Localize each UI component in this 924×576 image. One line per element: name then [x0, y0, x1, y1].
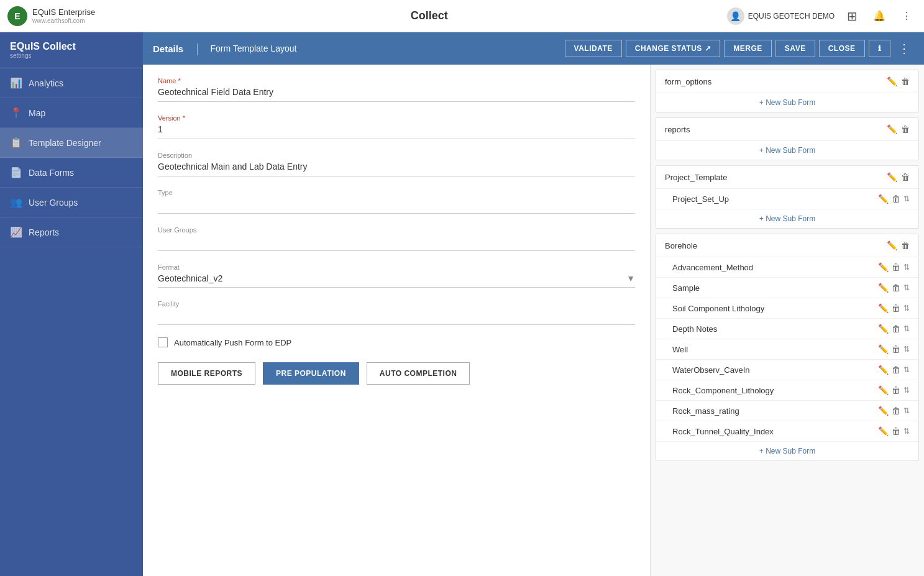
- section-project-template: Project_Template ✏️ 🗑 Project_Set_Up ✏️ …: [656, 165, 919, 229]
- new-sub-form-reports-button[interactable]: + New Sub Form: [656, 141, 918, 160]
- delete-reports-icon[interactable]: 🗑: [901, 124, 910, 134]
- user-groups-label: User Groups: [158, 226, 635, 234]
- type-value[interactable]: [158, 199, 635, 214]
- delete-rock-component-icon[interactable]: 🗑: [892, 385, 900, 395]
- section-reports-name: reports: [665, 125, 690, 134]
- sidebar-label-reports: Reports: [29, 227, 59, 237]
- delete-rock-mass-icon[interactable]: 🗑: [892, 406, 900, 416]
- edit-well-icon[interactable]: ✏️: [878, 344, 889, 354]
- logo-icon: E: [7, 6, 27, 26]
- format-select[interactable]: Geotechnical_v2 ▼: [158, 273, 635, 288]
- sub-item-rock-component: Rock_Component_Lithology ✏️ 🗑 ⇅: [656, 380, 918, 401]
- reorder-well-icon[interactable]: ⇅: [903, 345, 910, 354]
- reorder-soil-icon[interactable]: ⇅: [903, 304, 910, 313]
- version-field: Version * 1: [158, 114, 635, 139]
- section-form-options: form_options ✏️ 🗑 + New Sub Form: [656, 70, 919, 112]
- sub-item-depth-notes: Depth Notes ✏️ 🗑 ⇅: [656, 319, 918, 339]
- new-sub-form-options-button[interactable]: + New Sub Form: [656, 93, 918, 112]
- auto-push-label: Automatically Push Form to EDP: [174, 338, 291, 347]
- merge-button[interactable]: MERGE: [724, 40, 772, 57]
- section-form-options-actions: ✏️ 🗑: [887, 76, 910, 86]
- edit-borehole-icon[interactable]: ✏️: [887, 240, 897, 250]
- delete-form-options-icon[interactable]: 🗑: [901, 76, 910, 86]
- logo-text-block: EQuIS Enterprise www.earthsoft.com: [32, 7, 95, 24]
- rock-tunnel-label: Rock_Tunnel_Quality_Index: [672, 427, 774, 436]
- description-value[interactable]: Geotechnical Main and Lab Data Entry: [158, 162, 635, 176]
- close-button[interactable]: CLOSE: [819, 40, 865, 57]
- notification-button[interactable]: 🔔: [869, 6, 889, 26]
- user-groups-value[interactable]: [158, 236, 635, 251]
- edit-rock-mass-icon[interactable]: ✏️: [878, 406, 889, 416]
- toolbar-details-label: Details: [153, 43, 183, 54]
- auto-push-checkbox[interactable]: [158, 337, 168, 347]
- delete-borehole-icon[interactable]: 🗑: [901, 240, 910, 250]
- user-icon: 👤: [727, 7, 744, 25]
- edit-soil-icon[interactable]: ✏️: [878, 303, 889, 313]
- reorder-sample-icon[interactable]: ⇅: [903, 283, 910, 292]
- toolbar-form-layout-tab[interactable]: Form Template Layout: [205, 43, 301, 53]
- edit-advancement-icon[interactable]: ✏️: [878, 262, 889, 272]
- name-value[interactable]: Geotechnical Field Data Entry: [158, 87, 635, 102]
- sub-item-water-observ: WaterObserv_CaveIn ✏️ 🗑 ⇅: [656, 360, 918, 380]
- delete-advancement-icon[interactable]: 🗑: [892, 262, 900, 272]
- reorder-project-set-up-icon[interactable]: ⇅: [903, 194, 910, 203]
- delete-rock-tunnel-icon[interactable]: 🗑: [892, 426, 900, 436]
- edit-rock-tunnel-icon[interactable]: ✏️: [878, 426, 889, 436]
- save-button[interactable]: SAVE: [775, 40, 815, 57]
- sidebar-item-reports[interactable]: 📈 Reports: [0, 217, 143, 247]
- sidebar-item-user-groups[interactable]: 👥 User Groups: [0, 188, 143, 217]
- edit-rock-component-icon[interactable]: ✏️: [878, 385, 889, 395]
- reorder-water-icon[interactable]: ⇅: [903, 365, 910, 374]
- sidebar-item-map[interactable]: 📍 Map: [0, 98, 143, 128]
- edit-project-template-icon[interactable]: ✏️: [887, 172, 897, 182]
- data-forms-icon: 📄: [10, 167, 22, 178]
- auto-completion-button[interactable]: AUTO COMPLETION: [367, 362, 470, 385]
- reorder-advancement-icon[interactable]: ⇅: [903, 263, 910, 272]
- reorder-rock-component-icon[interactable]: ⇅: [903, 386, 910, 395]
- facility-value[interactable]: [158, 310, 635, 325]
- delete-sample-icon[interactable]: 🗑: [892, 283, 900, 293]
- sidebar-item-template-designer[interactable]: 📋 Template Designer: [0, 128, 143, 158]
- water-observ-label: WaterObserv_CaveIn: [672, 365, 750, 375]
- reorder-rock-tunnel-icon[interactable]: ⇅: [903, 427, 910, 436]
- mobile-reports-button[interactable]: MOBILE REPORTS: [158, 362, 255, 385]
- edit-reports-icon[interactable]: ✏️: [887, 124, 897, 134]
- section-borehole-actions: ✏️ 🗑: [887, 240, 910, 250]
- reorder-rock-mass-icon[interactable]: ⇅: [903, 406, 910, 415]
- section-reports: reports ✏️ 🗑 + New Sub Form: [656, 117, 919, 160]
- edit-water-icon[interactable]: ✏️: [878, 365, 889, 375]
- sub-item-sample: Sample ✏️ 🗑 ⇅: [656, 278, 918, 298]
- delete-project-set-up-icon[interactable]: 🗑: [892, 194, 900, 204]
- delete-depth-icon[interactable]: 🗑: [892, 324, 900, 334]
- sidebar: EQuIS Collect settings 📊 Analytics 📍 Map…: [0, 32, 143, 576]
- toolbar-more-icon[interactable]: ⋮: [894, 41, 914, 56]
- pre-population-button[interactable]: PRE POPULATION: [263, 362, 359, 385]
- new-sub-form-project-template-button[interactable]: + New Sub Form: [656, 209, 918, 228]
- delete-well-icon[interactable]: 🗑: [892, 344, 900, 354]
- more-options-button[interactable]: ⋮: [897, 6, 917, 26]
- format-field: Format Geotechnical_v2 ▼: [158, 263, 635, 288]
- name-label: Name *: [158, 77, 635, 85]
- sidebar-item-analytics[interactable]: 📊 Analytics: [0, 68, 143, 98]
- user-groups-icon: 👥: [10, 196, 22, 208]
- sidebar-item-data-forms[interactable]: 📄 Data Forms: [0, 158, 143, 188]
- delete-project-template-icon[interactable]: 🗑: [901, 172, 910, 182]
- description-field: Description Geotechnical Main and Lab Da…: [158, 152, 635, 176]
- edit-depth-icon[interactable]: ✏️: [878, 324, 889, 334]
- rock-mass-label: Rock_mass_rating: [672, 406, 739, 416]
- info-button[interactable]: ℹ: [869, 40, 891, 57]
- rock-component-actions: ✏️ 🗑 ⇅: [878, 385, 910, 395]
- new-sub-form-borehole-button[interactable]: + New Sub Form: [656, 442, 918, 460]
- delete-water-icon[interactable]: 🗑: [892, 365, 900, 375]
- grid-button[interactable]: ⊞: [842, 6, 862, 26]
- validate-button[interactable]: VALIDATE: [565, 40, 622, 57]
- sidebar-header: EQuIS Collect settings: [0, 32, 143, 68]
- edit-sample-icon[interactable]: ✏️: [878, 283, 889, 293]
- reorder-depth-icon[interactable]: ⇅: [903, 324, 910, 333]
- edit-project-set-up-icon[interactable]: ✏️: [878, 194, 889, 204]
- version-value[interactable]: 1: [158, 124, 635, 139]
- app-sub: www.earthsoft.com: [32, 17, 95, 24]
- delete-soil-icon[interactable]: 🗑: [892, 303, 900, 313]
- edit-form-options-icon[interactable]: ✏️: [887, 76, 897, 86]
- change-status-button[interactable]: CHANGE STATUS ↗: [626, 40, 721, 57]
